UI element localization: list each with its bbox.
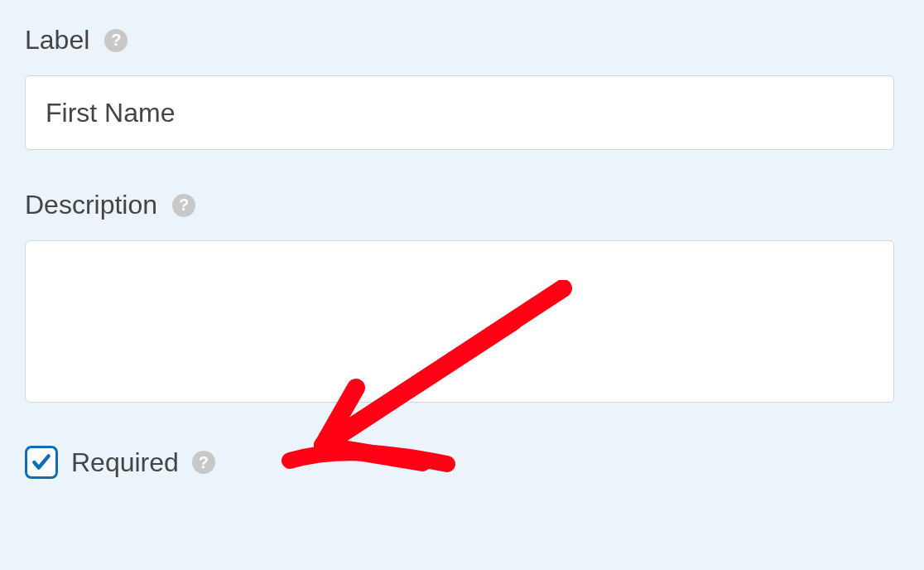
description-input[interactable] bbox=[25, 240, 894, 403]
label-field-group: Label ? bbox=[25, 25, 899, 150]
required-label: Required bbox=[71, 447, 179, 478]
required-row: Required ? bbox=[25, 446, 899, 479]
label-row: Label ? bbox=[25, 25, 899, 56]
label-field-label: Label bbox=[25, 25, 89, 56]
help-icon[interactable]: ? bbox=[172, 194, 195, 217]
help-icon[interactable]: ? bbox=[192, 451, 215, 474]
help-icon[interactable]: ? bbox=[104, 29, 128, 52]
label-input[interactable] bbox=[25, 75, 894, 150]
description-field-group: Description ? bbox=[25, 190, 899, 406]
required-checkbox[interactable] bbox=[25, 446, 58, 479]
checkmark-icon bbox=[31, 452, 52, 473]
description-row: Description ? bbox=[25, 190, 899, 220]
description-field-label: Description bbox=[25, 190, 157, 220]
